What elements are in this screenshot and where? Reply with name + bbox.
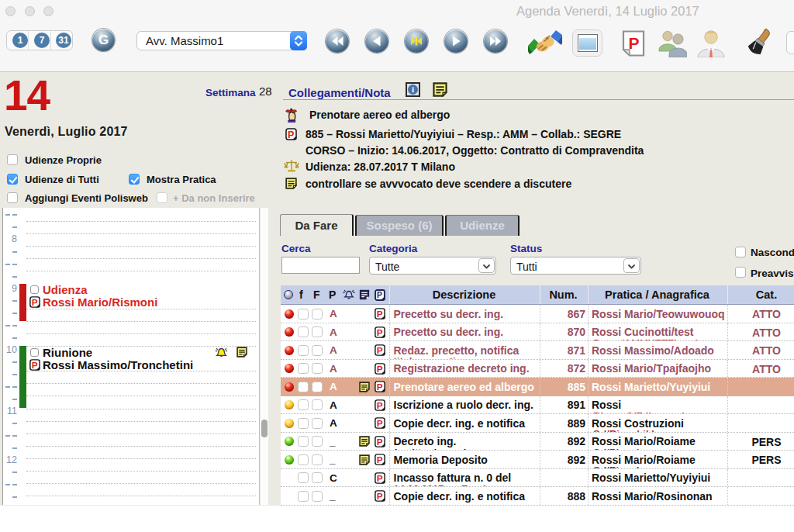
svg-text:P: P — [377, 291, 382, 299]
svg-text:P: P — [628, 34, 639, 52]
